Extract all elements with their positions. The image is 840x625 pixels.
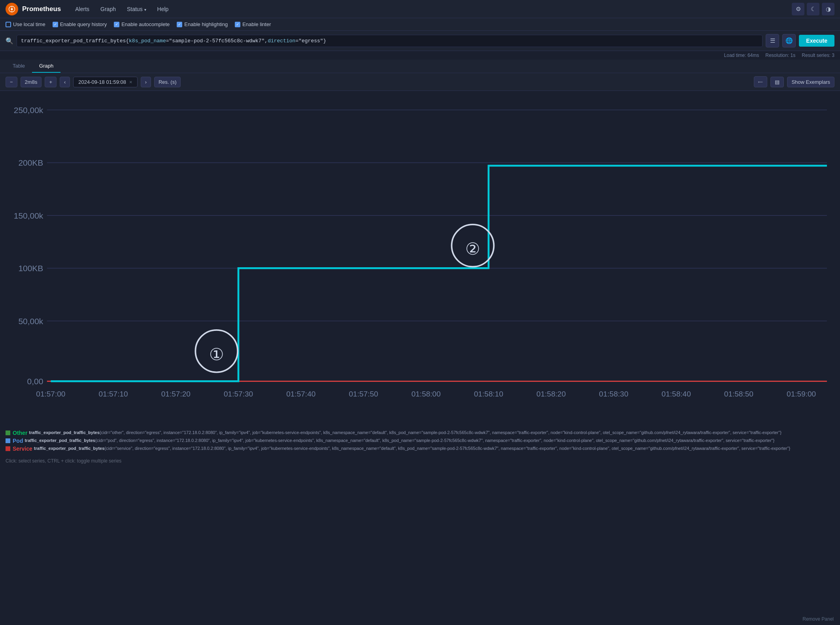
- autocomplete-checkbox[interactable]: [114, 22, 119, 27]
- legend-cat-pod: Pod: [13, 438, 23, 444]
- svg-text:01:57:10: 01:57:10: [99, 390, 128, 398]
- query-history-checkbox[interactable]: [53, 22, 58, 27]
- meta-row: Load time: 64ms Resolution: 1s Result se…: [0, 51, 840, 60]
- execute-button[interactable]: Execute: [799, 35, 834, 47]
- toolbar-autocomplete[interactable]: Enable autocomplete: [114, 21, 170, 27]
- moon-icon[interactable]: ☾: [807, 3, 819, 15]
- show-exemplars-button[interactable]: Show Exemplars: [787, 77, 834, 87]
- svg-text:01:59:00: 01:59:00: [787, 390, 816, 398]
- time-value: 2024-09-18 01:59:08: [78, 79, 126, 85]
- local-time-checkbox[interactable]: [6, 22, 11, 27]
- time-display: 2024-09-18 01:59:08 ×: [73, 77, 137, 87]
- brand-name: Prometheus: [22, 5, 61, 13]
- svg-text:①: ①: [209, 345, 224, 364]
- chart-stacked-icon[interactable]: ▤: [770, 77, 784, 87]
- query-history-label: Enable query history: [60, 21, 107, 27]
- time-prev-button[interactable]: ‹: [60, 77, 70, 87]
- svg-text:②: ②: [465, 240, 480, 258]
- legend-color-service: [6, 446, 10, 451]
- contrast-icon[interactable]: ◑: [822, 3, 834, 15]
- svg-text:01:58:30: 01:58:30: [599, 390, 628, 398]
- load-time: Load time: 64ms: [724, 53, 759, 58]
- toolbar-query-history[interactable]: Enable query history: [53, 21, 107, 27]
- highlighting-checkbox[interactable]: [177, 22, 182, 27]
- svg-text:01:58:40: 01:58:40: [662, 390, 691, 398]
- query-val1: "sample-pod-2-57fc565c8c-wdwk7": [169, 38, 265, 44]
- time-next-button[interactable]: ›: [141, 77, 151, 87]
- svg-text:200KB: 200KB: [18, 158, 43, 167]
- toolbar-highlighting[interactable]: Enable highlighting: [177, 21, 228, 27]
- svg-text:01:58:00: 01:58:00: [412, 390, 441, 398]
- time-clear-icon[interactable]: ×: [129, 79, 132, 85]
- svg-text:01:58:50: 01:58:50: [724, 390, 753, 398]
- svg-text:0,00: 0,00: [27, 377, 43, 386]
- svg-text:50,00k: 50,00k: [18, 317, 43, 326]
- svg-point-1: [11, 8, 13, 10]
- linter-checkbox[interactable]: [235, 22, 240, 27]
- query-plain: traffic_exporter_pod_traffic_bytes: [21, 38, 126, 44]
- legend-item-pod[interactable]: Pod traffic_exporter_pod_traffic_bytes{c…: [6, 438, 834, 444]
- legend-item-other[interactable]: Other traffic_exporter_pod_traffic_bytes…: [6, 430, 834, 436]
- nav-status[interactable]: Status ▾: [122, 4, 151, 15]
- settings-icon[interactable]: ⚙: [792, 3, 804, 15]
- graph-controls: − 2m8s + ‹ 2024-09-18 01:59:08 × › Res. …: [0, 73, 840, 91]
- duration-display: 2m8s: [21, 77, 42, 87]
- toolbar: Use local time Enable query history Enab…: [0, 18, 840, 31]
- query-val2: "egress": [298, 38, 323, 44]
- query-key2: direction: [268, 38, 295, 44]
- svg-text:150,00k: 150,00k: [14, 211, 43, 220]
- tabs: Table Graph: [0, 60, 840, 73]
- tab-table[interactable]: Table: [6, 60, 32, 73]
- query-input[interactable]: traffic_exporter_pod_traffic_bytes{k8s_p…: [17, 35, 763, 47]
- svg-text:01:58:10: 01:58:10: [474, 390, 503, 398]
- highlighting-label: Enable highlighting: [184, 21, 228, 27]
- linter-label: Enable linter: [242, 21, 271, 27]
- legend-area: Other traffic_exporter_pod_traffic_bytes…: [0, 427, 840, 457]
- nav-graph[interactable]: Graph: [96, 4, 121, 15]
- svg-text:100KB: 100KB: [18, 264, 43, 273]
- svg-rect-4: [6, 95, 834, 427]
- nav-links: Alerts Graph Status ▾ Help: [70, 4, 792, 15]
- chart-svg: 250,00k 200KB 150,00k 100KB 50,00k 0,00 …: [6, 95, 834, 427]
- status-chevron-icon: ▾: [144, 8, 146, 12]
- resolution-button[interactable]: Res. (s): [154, 77, 181, 87]
- svg-text:01:57:20: 01:57:20: [161, 390, 191, 398]
- chart-line-icon[interactable]: ⟝: [754, 76, 767, 87]
- nav-icons: ⚙ ☾ ◑: [792, 3, 834, 15]
- nav-help[interactable]: Help: [153, 4, 174, 15]
- legend-color-pod: [6, 438, 10, 443]
- legend-text-service: traffic_exporter_pod_traffic_bytes{cidr=…: [34, 446, 834, 451]
- query-history-btn[interactable]: ☰: [766, 34, 779, 47]
- tab-graph[interactable]: Graph: [32, 60, 60, 73]
- navbar: Prometheus Alerts Graph Status ▾ Help ⚙ …: [0, 0, 840, 18]
- legend-text-pod: traffic_exporter_pod_traffic_bytes{cidr=…: [25, 438, 834, 444]
- legend-cat-service: Service: [13, 446, 32, 452]
- query-bar: 🔍 traffic_exporter_pod_traffic_bytes{k8s…: [0, 31, 840, 51]
- remove-panel-button[interactable]: Remove Panel: [796, 613, 840, 625]
- legend-item-service[interactable]: Service traffic_exporter_pod_traffic_byt…: [6, 446, 834, 452]
- legend-color-other: [6, 431, 10, 435]
- svg-text:01:57:50: 01:57:50: [349, 390, 378, 398]
- toolbar-linter[interactable]: Enable linter: [235, 21, 271, 27]
- legend-cat-other: Other: [13, 430, 27, 436]
- prometheus-logo: [6, 3, 18, 15]
- query-key1: k8s_pod_name: [129, 38, 166, 44]
- svg-text:01:57:30: 01:57:30: [224, 390, 253, 398]
- zoom-in-button[interactable]: +: [45, 77, 57, 87]
- zoom-out-button[interactable]: −: [6, 77, 17, 87]
- svg-text:250,00k: 250,00k: [14, 106, 43, 115]
- autocomplete-label: Enable autocomplete: [121, 21, 170, 27]
- svg-text:01:57:40: 01:57:40: [286, 390, 315, 398]
- chart-area: 250,00k 200KB 150,00k 100KB 50,00k 0,00 …: [0, 91, 840, 427]
- nav-alerts[interactable]: Alerts: [70, 4, 94, 15]
- legend-hint: Click: select series, CTRL + click: togg…: [0, 457, 840, 466]
- query-globe-btn[interactable]: 🌐: [782, 34, 796, 47]
- resolution: Resolution: 1s: [765, 53, 795, 58]
- local-time-label: Use local time: [13, 21, 45, 27]
- svg-text:01:58:20: 01:58:20: [536, 390, 566, 398]
- svg-text:01:57:00: 01:57:00: [36, 390, 65, 398]
- toolbar-local-time[interactable]: Use local time: [6, 21, 45, 27]
- result-series: Result series: 3: [802, 53, 834, 58]
- search-icon: 🔍: [6, 37, 13, 45]
- legend-text-other: traffic_exporter_pod_traffic_bytes{cidr=…: [29, 430, 834, 436]
